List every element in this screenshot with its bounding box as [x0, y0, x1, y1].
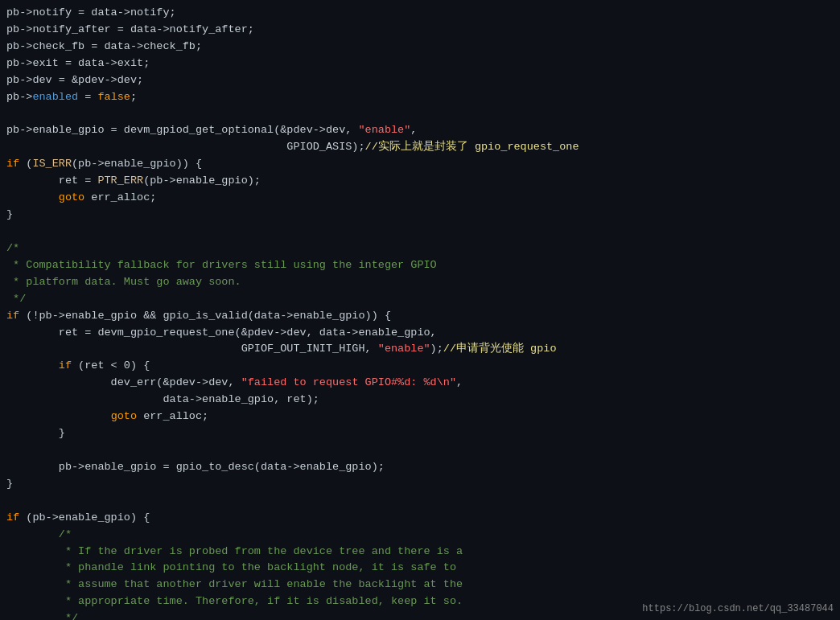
code-line-13: }	[6, 207, 834, 224]
code-line-19: if (!pb->enable_gpio && gpio_is_valid(da…	[6, 308, 834, 325]
code-line-blank-2	[6, 224, 834, 240]
code-line-15: /*	[6, 240, 834, 257]
code-line-16: * Compatibility fallback for drivers sti…	[6, 257, 834, 274]
code-line-29: }	[6, 476, 834, 493]
code-line-9: GPIOD_ASIS);//实际上就是封装了 gpio_request_one	[6, 139, 834, 156]
code-line-24: data->enable_gpio, ret);	[6, 392, 834, 409]
code-line-35: * assume that another driver will enable…	[6, 577, 834, 593]
code-line-12: goto err_alloc;	[6, 190, 834, 207]
code-line-11: ret = PTR_ERR(pb->enable_gpio);	[6, 173, 834, 190]
code-viewer: pb->notify = data->notify; pb->notify_af…	[0, 0, 840, 620]
code-line-34: * phandle link pointing to the backlight…	[6, 560, 834, 577]
code-line-33: * If the driver is probed from the devic…	[6, 544, 834, 560]
code-line-1: pb->notify = data->notify;	[6, 5, 834, 22]
code-line-18: */	[6, 291, 834, 308]
code-line-32: /*	[6, 527, 834, 544]
code-line-4: pb->exit = data->exit;	[6, 55, 834, 72]
code-line-25: goto err_alloc;	[6, 409, 834, 425]
code-line-22: if (ret < 0) {	[6, 358, 834, 375]
code-line-17: * platform data. Must go away soon.	[6, 274, 834, 291]
code-line-23: dev_err(&pdev->dev, "failed to request G…	[6, 375, 834, 392]
code-line-blank-4	[6, 493, 834, 510]
code-line-6: pb->enabled = false;	[6, 89, 834, 106]
code-line-3: pb->check_fb = data->check_fb;	[6, 39, 834, 55]
code-line-26: }	[6, 425, 834, 442]
code-line-blank-1	[6, 106, 834, 123]
code-line-5: pb->dev = &pdev->dev;	[6, 72, 834, 89]
code-line-blank-3	[6, 442, 834, 459]
code-line-10: if (IS_ERR(pb->enable_gpio)) {	[6, 156, 834, 173]
code-line-21: GPIOF_OUT_INIT_HIGH, "enable");//申请背光使能 …	[6, 341, 834, 358]
code-line-28: pb->enable_gpio = gpio_to_desc(data->ena…	[6, 459, 834, 476]
code-line-31: if (pb->enable_gpio) {	[6, 510, 834, 527]
code-line-2: pb->notify_after = data->notify_after;	[6, 22, 834, 39]
url-bar: https://blog.csdn.net/qq_33487044	[642, 602, 834, 617]
code-line-8: pb->enable_gpio = devm_gpiod_get_optiona…	[6, 122, 834, 139]
code-line-20: ret = devm_gpio_request_one(&pdev->dev, …	[6, 325, 834, 342]
